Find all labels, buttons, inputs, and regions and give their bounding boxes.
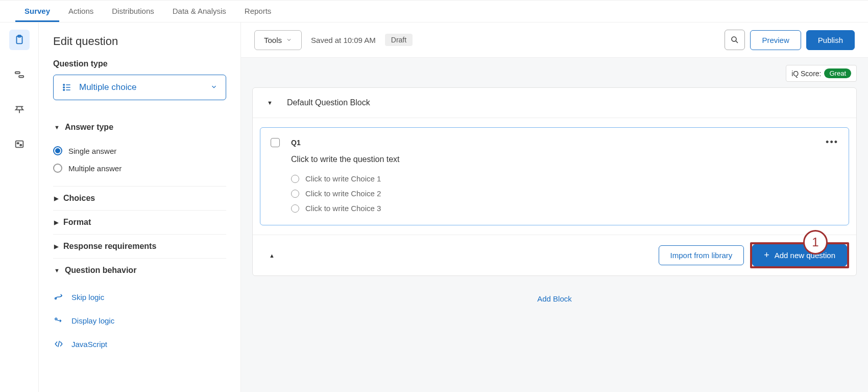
annotation-highlight: 1 + Add new question [750,242,849,268]
list-icon [62,82,72,93]
section-answer-type[interactable]: ▼ Answer type [53,116,226,139]
svg-point-8 [63,87,65,88]
import-library-button[interactable]: Import from library [659,245,744,265]
edit-panel: Edit question Question type Multiple cho… [39,22,241,392]
triangle-right-icon: ▶ [54,219,58,226]
publish-button[interactable]: Publish [806,30,855,50]
tab-data-analysis[interactable]: Data & Analysis [163,1,235,22]
qtype-label: Question type [53,59,226,68]
answer-type-multiple[interactable]: Multiple answer [53,159,226,177]
icon-rail [0,22,39,392]
panel-title: Edit question [53,35,226,48]
top-tabs: Survey Actions Distributions Data & Anal… [0,0,868,22]
section-response-req[interactable]: ▶ Response requirements [53,234,226,258]
choice-row[interactable]: Click to write Choice 2 [291,186,838,201]
qtype-value: Multiple choice [79,82,136,93]
radio-icon [291,190,299,198]
answer-type-single[interactable]: Single answer [53,142,226,159]
skip-logic-icon [53,292,64,302]
display-logic-icon [53,316,64,325]
svg-point-7 [63,84,65,86]
iq-score-pill[interactable]: iQ Score: Great [786,65,857,82]
svg-rect-3 [19,76,23,78]
question-checkbox[interactable] [271,138,280,147]
triangle-down-icon[interactable]: ▼ [267,100,273,106]
radio-icon [291,175,299,183]
triangle-down-icon: ▼ [54,267,60,273]
tab-distributions[interactable]: Distributions [103,1,163,22]
status-pill: Draft [385,34,413,46]
rail-options-icon[interactable] [9,134,30,154]
behavior-javascript[interactable]: JavaScript [53,332,226,356]
behavior-display-logic[interactable]: Display logic [53,309,226,332]
section-behavior[interactable]: ▼ Question behavior [53,258,226,282]
add-block-button[interactable]: Add Block [241,285,868,312]
triangle-up-icon[interactable]: ▲ [269,252,275,259]
search-icon [730,35,739,44]
question-text[interactable]: Click to write the question text [291,155,838,164]
tab-survey[interactable]: Survey [15,1,59,22]
triangle-right-icon: ▶ [54,195,58,202]
choice-row[interactable]: Click to write Choice 3 [291,201,838,216]
behavior-skip-logic[interactable]: Skip logic [53,285,226,309]
toolbar: Tools Saved at 10:09 AM Draft Preview Pu… [241,22,868,58]
plus-icon: + [764,250,769,261]
question-number: Q1 [291,139,301,147]
question-block: ▼ Default Question Block Q1 ••• Click to… [252,87,857,276]
rail-flow-icon[interactable] [9,64,30,85]
annotation-number: 1 [803,230,828,255]
more-icon[interactable]: ••• [826,137,838,148]
search-button[interactable] [725,30,745,50]
svg-point-11 [55,318,57,320]
main-area: Tools Saved at 10:09 AM Draft Preview Pu… [241,22,868,392]
tools-button[interactable]: Tools [254,30,302,50]
block-title[interactable]: Default Question Block [287,98,370,107]
svg-rect-2 [15,72,19,74]
rail-builder-icon[interactable] [9,30,30,50]
triangle-right-icon: ▶ [54,243,58,250]
question-card[interactable]: Q1 ••• Click to write the question text … [260,127,849,225]
saved-text: Saved at 10:09 AM [311,36,376,44]
tab-reports[interactable]: Reports [235,1,281,22]
radio-icon [291,204,299,213]
svg-rect-4 [15,141,23,148]
chevron-down-icon [286,37,292,43]
iq-badge: Great [824,68,851,78]
svg-point-9 [63,89,65,91]
choice-row[interactable]: Click to write Choice 1 [291,171,838,186]
chevron-down-icon [210,83,218,92]
section-format[interactable]: ▶ Format [53,210,226,234]
code-icon [53,339,64,349]
rail-look-icon[interactable] [9,99,30,120]
triangle-down-icon: ▼ [54,124,60,130]
svg-point-12 [732,37,736,41]
preview-button[interactable]: Preview [750,30,801,50]
qtype-select[interactable]: Multiple choice [53,75,226,100]
tab-actions[interactable]: Actions [59,1,103,22]
section-choices[interactable]: ▶ Choices [53,186,226,210]
add-question-button[interactable]: + Add new question [752,244,847,266]
